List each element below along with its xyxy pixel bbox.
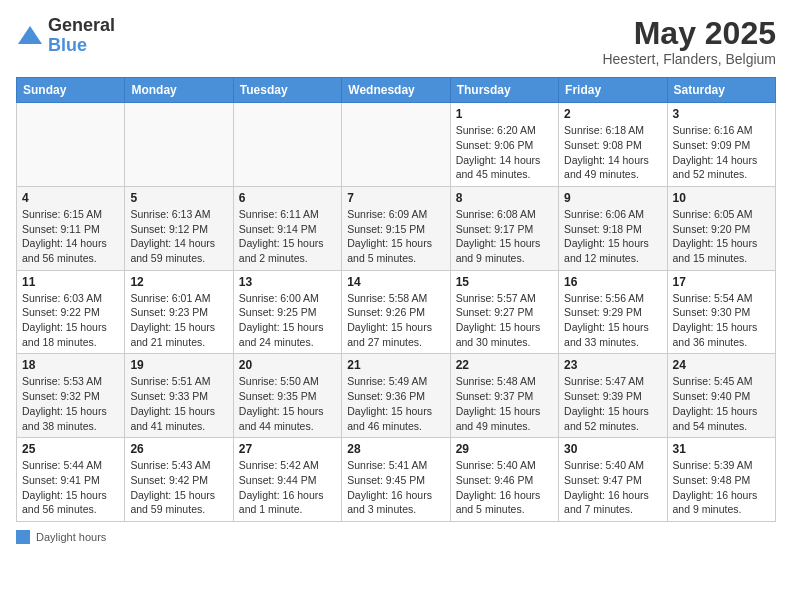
day-info: Sunrise: 6:13 AM Sunset: 9:12 PM Dayligh… [130,207,227,266]
day-number: 17 [673,275,770,289]
day-cell: 20Sunrise: 5:50 AM Sunset: 9:35 PM Dayli… [233,354,341,438]
day-cell: 19Sunrise: 5:51 AM Sunset: 9:33 PM Dayli… [125,354,233,438]
day-cell: 27Sunrise: 5:42 AM Sunset: 9:44 PM Dayli… [233,438,341,522]
day-number: 30 [564,442,661,456]
header-sunday: Sunday [17,78,125,103]
day-number: 27 [239,442,336,456]
day-cell: 12Sunrise: 6:01 AM Sunset: 9:23 PM Dayli… [125,270,233,354]
day-info: Sunrise: 6:18 AM Sunset: 9:08 PM Dayligh… [564,123,661,182]
day-cell: 8Sunrise: 6:08 AM Sunset: 9:17 PM Daylig… [450,186,558,270]
day-info: Sunrise: 6:16 AM Sunset: 9:09 PM Dayligh… [673,123,770,182]
day-cell: 15Sunrise: 5:57 AM Sunset: 9:27 PM Dayli… [450,270,558,354]
title-block: May 2025 Heestert, Flanders, Belgium [602,16,776,67]
day-info: Sunrise: 6:06 AM Sunset: 9:18 PM Dayligh… [564,207,661,266]
day-number: 7 [347,191,444,205]
daylight-box [16,530,30,544]
day-cell: 23Sunrise: 5:47 AM Sunset: 9:39 PM Dayli… [559,354,667,438]
day-cell: 17Sunrise: 5:54 AM Sunset: 9:30 PM Dayli… [667,270,775,354]
day-number: 25 [22,442,119,456]
month-title: May 2025 [602,16,776,51]
day-number: 6 [239,191,336,205]
day-number: 28 [347,442,444,456]
day-cell [233,103,341,187]
day-number: 13 [239,275,336,289]
logo: General Blue [16,16,115,56]
day-cell: 24Sunrise: 5:45 AM Sunset: 9:40 PM Dayli… [667,354,775,438]
day-cell: 7Sunrise: 6:09 AM Sunset: 9:15 PM Daylig… [342,186,450,270]
day-number: 20 [239,358,336,372]
header-tuesday: Tuesday [233,78,341,103]
day-number: 29 [456,442,553,456]
day-number: 31 [673,442,770,456]
logo-general: General [48,15,115,35]
day-info: Sunrise: 6:08 AM Sunset: 9:17 PM Dayligh… [456,207,553,266]
logo-blue: Blue [48,35,87,55]
day-cell: 3Sunrise: 6:16 AM Sunset: 9:09 PM Daylig… [667,103,775,187]
day-cell: 30Sunrise: 5:40 AM Sunset: 9:47 PM Dayli… [559,438,667,522]
day-number: 22 [456,358,553,372]
day-number: 21 [347,358,444,372]
day-number: 23 [564,358,661,372]
day-info: Sunrise: 5:51 AM Sunset: 9:33 PM Dayligh… [130,374,227,433]
day-cell [125,103,233,187]
day-number: 5 [130,191,227,205]
day-cell: 21Sunrise: 5:49 AM Sunset: 9:36 PM Dayli… [342,354,450,438]
day-number: 2 [564,107,661,121]
day-info: Sunrise: 5:41 AM Sunset: 9:45 PM Dayligh… [347,458,444,517]
day-cell: 31Sunrise: 5:39 AM Sunset: 9:48 PM Dayli… [667,438,775,522]
day-cell: 13Sunrise: 6:00 AM Sunset: 9:25 PM Dayli… [233,270,341,354]
day-cell: 14Sunrise: 5:58 AM Sunset: 9:26 PM Dayli… [342,270,450,354]
day-info: Sunrise: 6:11 AM Sunset: 9:14 PM Dayligh… [239,207,336,266]
day-number: 11 [22,275,119,289]
day-number: 18 [22,358,119,372]
day-number: 15 [456,275,553,289]
day-info: Sunrise: 6:03 AM Sunset: 9:22 PM Dayligh… [22,291,119,350]
week-row-2: 11Sunrise: 6:03 AM Sunset: 9:22 PM Dayli… [17,270,776,354]
week-row-0: 1Sunrise: 6:20 AM Sunset: 9:06 PM Daylig… [17,103,776,187]
footer-label: Daylight hours [36,531,106,543]
day-cell: 11Sunrise: 6:03 AM Sunset: 9:22 PM Dayli… [17,270,125,354]
day-cell: 1Sunrise: 6:20 AM Sunset: 9:06 PM Daylig… [450,103,558,187]
day-number: 16 [564,275,661,289]
day-info: Sunrise: 5:54 AM Sunset: 9:30 PM Dayligh… [673,291,770,350]
header-monday: Monday [125,78,233,103]
day-info: Sunrise: 6:15 AM Sunset: 9:11 PM Dayligh… [22,207,119,266]
day-info: Sunrise: 6:05 AM Sunset: 9:20 PM Dayligh… [673,207,770,266]
day-number: 12 [130,275,227,289]
day-info: Sunrise: 6:20 AM Sunset: 9:06 PM Dayligh… [456,123,553,182]
day-number: 14 [347,275,444,289]
header-wednesday: Wednesday [342,78,450,103]
header-row: SundayMondayTuesdayWednesdayThursdayFrid… [17,78,776,103]
day-cell: 9Sunrise: 6:06 AM Sunset: 9:18 PM Daylig… [559,186,667,270]
footer: Daylight hours [16,530,776,544]
day-cell [342,103,450,187]
day-info: Sunrise: 5:40 AM Sunset: 9:47 PM Dayligh… [564,458,661,517]
day-cell: 22Sunrise: 5:48 AM Sunset: 9:37 PM Dayli… [450,354,558,438]
day-info: Sunrise: 5:57 AM Sunset: 9:27 PM Dayligh… [456,291,553,350]
day-info: Sunrise: 6:09 AM Sunset: 9:15 PM Dayligh… [347,207,444,266]
day-info: Sunrise: 5:47 AM Sunset: 9:39 PM Dayligh… [564,374,661,433]
day-cell: 18Sunrise: 5:53 AM Sunset: 9:32 PM Dayli… [17,354,125,438]
day-number: 24 [673,358,770,372]
day-cell: 10Sunrise: 6:05 AM Sunset: 9:20 PM Dayli… [667,186,775,270]
day-cell: 2Sunrise: 6:18 AM Sunset: 9:08 PM Daylig… [559,103,667,187]
day-cell: 29Sunrise: 5:40 AM Sunset: 9:46 PM Dayli… [450,438,558,522]
day-info: Sunrise: 5:44 AM Sunset: 9:41 PM Dayligh… [22,458,119,517]
day-number: 3 [673,107,770,121]
calendar-body: 1Sunrise: 6:20 AM Sunset: 9:06 PM Daylig… [17,103,776,522]
day-info: Sunrise: 6:00 AM Sunset: 9:25 PM Dayligh… [239,291,336,350]
day-number: 4 [22,191,119,205]
day-info: Sunrise: 5:43 AM Sunset: 9:42 PM Dayligh… [130,458,227,517]
week-row-3: 18Sunrise: 5:53 AM Sunset: 9:32 PM Dayli… [17,354,776,438]
day-cell: 5Sunrise: 6:13 AM Sunset: 9:12 PM Daylig… [125,186,233,270]
day-number: 26 [130,442,227,456]
day-info: Sunrise: 5:56 AM Sunset: 9:29 PM Dayligh… [564,291,661,350]
header-friday: Friday [559,78,667,103]
logo-text: General Blue [48,16,115,56]
day-number: 8 [456,191,553,205]
day-cell [17,103,125,187]
location-subtitle: Heestert, Flanders, Belgium [602,51,776,67]
day-info: Sunrise: 5:40 AM Sunset: 9:46 PM Dayligh… [456,458,553,517]
day-info: Sunrise: 5:53 AM Sunset: 9:32 PM Dayligh… [22,374,119,433]
day-info: Sunrise: 5:42 AM Sunset: 9:44 PM Dayligh… [239,458,336,517]
